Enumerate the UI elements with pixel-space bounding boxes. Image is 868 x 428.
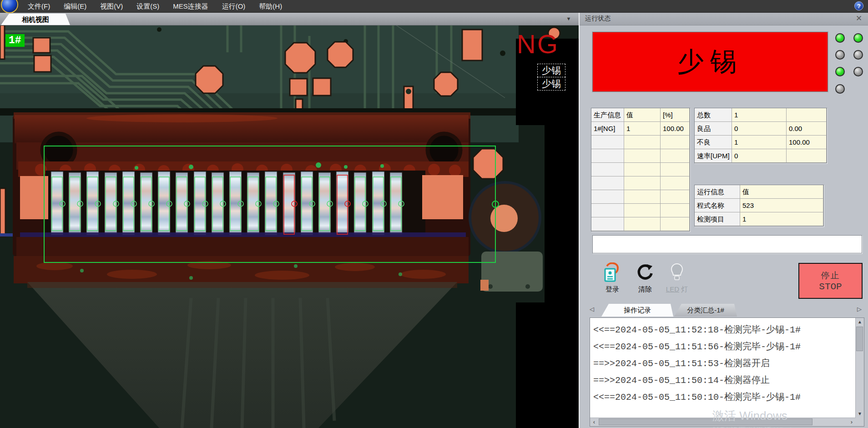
table-cell: 1: [740, 212, 823, 226]
alarm-display: 少锡: [592, 32, 828, 92]
table-cell: 523: [740, 199, 823, 212]
status-led: [835, 33, 845, 43]
table-cell: 总数: [695, 108, 732, 122]
camera-viewport: 1# NG 少锡 少锡: [0, 25, 579, 428]
status-led: [835, 50, 845, 60]
tab-operation-log[interactable]: 操作记录: [601, 304, 673, 317]
log-entry: ==>>2024-05-05_11:50:14-检测器停止: [593, 372, 854, 389]
stop-button[interactable]: 停止 STOP: [798, 263, 863, 299]
message-box: [592, 235, 862, 253]
tab-scroll-left-icon[interactable]: ◁: [590, 306, 594, 312]
table-cell: 1: [732, 136, 787, 149]
horizontal-scroll-thumb[interactable]: [599, 418, 812, 425]
table-cell: 1#[NG]: [591, 122, 624, 136]
run-status-panel: 运行状态 ✕ 少锡 生产信息 值 [%] 1#[NG] 1 100.00 总数 …: [579, 12, 868, 428]
camera-tabbar: 相机视图 ▼: [0, 12, 579, 25]
led-label: LED 灯: [661, 285, 693, 294]
status-led: [835, 67, 845, 76]
production-table: 生产信息 值 [%] 1#[NG] 1 100.00: [591, 108, 690, 232]
menu-edit[interactable]: 编辑(E): [57, 0, 93, 12]
menu-settings[interactable]: 设置(S): [130, 0, 166, 12]
pcb-camera-image: [0, 25, 579, 428]
scroll-right-icon[interactable]: ›: [848, 418, 856, 426]
menu-mes-connector[interactable]: MES连接器: [166, 0, 215, 12]
stats-table: 总数 1 良品 0 0.00 不良 1 100.00 速率[UPM] 0: [694, 108, 827, 163]
scrollbar-corner: [856, 418, 864, 426]
log-tabstrip: ◁ 操作记录 分类汇总-1# ▷: [580, 303, 868, 317]
defect-label: 少锡: [537, 64, 565, 77]
log-entry: <<==2024-05-05_11:50:10-检测完毕-少锡-1#: [593, 389, 854, 406]
log-lines: <<==2024-05-05_11:52:18-检测完毕-少锡-1# <<==2…: [593, 322, 854, 416]
connector-pins: [16, 171, 469, 256]
log-entry: <<==2024-05-05_11:52:18-检测完毕-少锡-1#: [593, 322, 854, 338]
menu-items: 文件(F) 编辑(E) 视图(V) 设置(S) MES连接器 运行(O) 帮助(…: [21, 0, 289, 12]
col-header: 值: [624, 108, 661, 122]
scroll-down-icon[interactable]: ▼: [856, 410, 864, 418]
menu-bar: 文件(F) 编辑(E) 视图(V) 设置(S) MES连接器 运行(O) 帮助(…: [0, 0, 868, 13]
table-cell: 0: [732, 122, 787, 136]
status-led: [835, 84, 845, 94]
clear-button[interactable]: 清除: [629, 262, 661, 300]
col-header: 值: [740, 185, 823, 199]
table-cell: 100.00: [787, 136, 827, 149]
app-logo-icon: [1, 0, 18, 13]
tab-category-summary[interactable]: 分类汇总-1#: [674, 304, 737, 317]
login-button[interactable]: 登录: [596, 262, 629, 300]
table-cell: 1: [732, 108, 787, 122]
stop-label-en: STOP: [819, 282, 842, 292]
menu-run[interactable]: 运行(O): [215, 0, 252, 12]
table-cell: 1: [624, 122, 661, 136]
menu-view[interactable]: 视图(V): [93, 0, 130, 12]
table-cell: 良品: [695, 122, 732, 136]
vertical-scrollbar[interactable]: ▲ ▼: [855, 318, 864, 418]
menu-file[interactable]: 文件(F): [21, 0, 57, 12]
stop-label-cn: 停止: [821, 270, 840, 282]
login-label: 登录: [596, 285, 629, 294]
table-cell: 0.00: [787, 122, 827, 136]
log-entry: ==>>2024-05-05_11:51:53-检测器开启: [593, 355, 854, 372]
status-led: [853, 67, 863, 76]
tab-camera-view[interactable]: 相机视图: [1, 14, 70, 25]
led-light-button[interactable]: LED 灯: [661, 262, 693, 300]
help-icon[interactable]: ?: [854, 1, 863, 10]
aoi-inspection-app: { "menu": { "items": ["文件(F)", "编辑(E)", …: [0, 0, 868, 428]
col-header: 运行信息: [695, 185, 740, 199]
status-led: [853, 33, 863, 43]
table-cell: 程式名称: [695, 199, 740, 212]
table-cell: 速率[UPM]: [695, 149, 732, 163]
clear-label: 清除: [629, 285, 661, 294]
col-header: [%]: [661, 108, 690, 122]
table-cell: 0: [732, 149, 787, 163]
table-cell: [787, 149, 827, 163]
defect-label: 少锡: [537, 77, 565, 91]
col-header: 生产信息: [591, 108, 624, 122]
table-cell: 不良: [695, 136, 732, 149]
run-info-table: 运行信息 值 程式名称 523 检测项目 1: [694, 185, 824, 227]
table-cell: 100.00: [661, 122, 690, 136]
table-cell: 检测项目: [695, 212, 740, 226]
close-icon[interactable]: ✕: [854, 14, 863, 23]
led-bulb-icon: [667, 262, 687, 282]
defect-label-stack: 少锡 少锡: [537, 64, 565, 91]
table-cell: [787, 108, 827, 122]
tab-scroll-right-icon[interactable]: ▷: [857, 306, 862, 312]
panel-title: 运行状态: [585, 15, 611, 23]
alarm-text: 少锡: [677, 44, 743, 80]
chevron-down-icon[interactable]: ▼: [563, 15, 574, 23]
status-led: [853, 50, 863, 60]
log-entry: <<==2024-05-05_11:51:56-检测完毕-少锡-1#: [593, 338, 854, 355]
operation-log: <<==2024-05-05_11:52:18-检测完毕-少锡-1# <<==2…: [590, 317, 864, 427]
panel-titlebar: 运行状态 ✕: [580, 12, 868, 25]
inspection-result-ng: NG: [517, 29, 559, 59]
menu-help[interactable]: 帮助(H): [252, 0, 289, 12]
login-badge-icon: [602, 262, 622, 282]
scroll-up-icon[interactable]: ▲: [856, 318, 864, 326]
camera-id-badge: 1#: [5, 34, 25, 47]
vertical-scroll-thumb[interactable]: [856, 327, 863, 351]
horizontal-scrollbar[interactable]: ‹ ›: [590, 418, 856, 426]
clear-icon: [635, 262, 655, 282]
